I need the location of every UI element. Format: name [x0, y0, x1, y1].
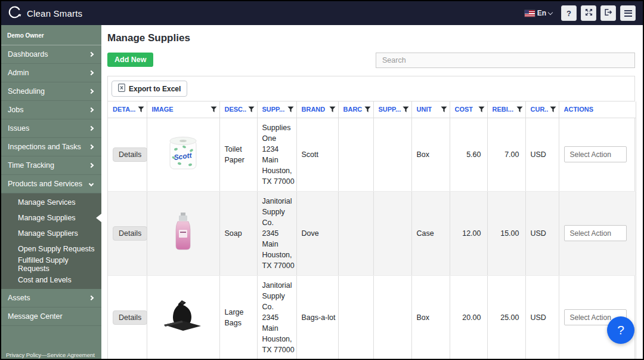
sidebar-subitem-label: Fulfilled Supply Requests [18, 256, 101, 273]
sidebar-item-label: Scheduling [8, 87, 45, 96]
sidebar-item-assets[interactable]: Assets [1, 289, 101, 307]
select-action-dropdown[interactable]: Select Action [564, 146, 627, 162]
currency-cell: USD [525, 191, 559, 275]
sidebar-item-admin[interactable]: Admin [1, 64, 101, 82]
col-currency: CUR... [525, 101, 559, 118]
active-item-marker [96, 214, 101, 222]
brand[interactable]: Clean Smarts [7, 5, 82, 21]
filter-icon[interactable] [478, 106, 485, 113]
rebill-cell: 15.00 [487, 191, 525, 275]
filter-icon[interactable] [402, 106, 409, 113]
chevron-right-icon [89, 89, 94, 94]
sidebar-item-label: Inspections and Tasks [8, 143, 81, 151]
supplier-sku-cell [373, 118, 411, 191]
table-row: Details Large Bags [108, 275, 636, 359]
language-selector[interactable]: En [525, 9, 552, 17]
supplier-cell: Janitorial Supply Co. 2345 Main Houston,… [257, 191, 296, 275]
col-label: DETA... [113, 106, 135, 113]
select-action-dropdown[interactable]: Select Action [564, 225, 627, 241]
filter-icon[interactable] [248, 106, 255, 113]
cost-cell: 5.60 [450, 118, 487, 191]
filter-icon[interactable] [329, 106, 336, 113]
col-rebill: REBI... [487, 101, 525, 118]
details-button[interactable]: Details [113, 310, 147, 325]
question-mark-icon: ? [617, 323, 624, 337]
sidebar-item-inspections-and-tasks[interactable]: Inspections and Tasks [1, 138, 101, 156]
export-to-excel-button[interactable]: Export to Excel [112, 81, 187, 97]
barcode-cell [338, 275, 373, 359]
logout-button[interactable] [600, 5, 616, 21]
unit-cell: Box [411, 118, 450, 191]
sidebar-item-dashboards[interactable]: Dashboards [1, 45, 101, 64]
filter-icon[interactable] [287, 106, 294, 113]
desc-cell: Toilet Paper [219, 118, 257, 191]
sidebar-subitem-label: Manage Suppliers [18, 229, 78, 238]
brand-title: Clean Smarts [27, 8, 82, 19]
sidebar-subitem-cost-and-levels[interactable]: Cost and Levels [1, 272, 101, 288]
products-services-submenu: Manage Services Manage Supplies Manage S… [1, 193, 101, 289]
supplier-cell: Janitorial Supply Co. 2345 Main Houston,… [257, 275, 296, 359]
sidebar-item-label: Message Center [8, 312, 63, 321]
fullscreen-button[interactable] [581, 5, 596, 21]
sidebar-item-jobs[interactable]: Jobs [1, 101, 101, 119]
question-mark-icon: ? [566, 9, 571, 18]
sidebar-item-label: Products and Services [8, 180, 82, 188]
sidebar-item-message-center[interactable]: Message Center [1, 307, 101, 326]
product-image-cell [147, 275, 219, 359]
supplies-table: DETA... IMAGE DESC... SUPP... BRAND BARC… [108, 101, 636, 360]
export-label: Export to Excel [129, 85, 181, 93]
sidebar-item-label: Jobs [8, 106, 23, 114]
sidebar-subitem-label: Manage Services [18, 198, 76, 207]
cost-cell: 12.00 [450, 191, 487, 275]
currency-cell: USD [525, 275, 559, 359]
col-label: SUPP... [379, 106, 401, 113]
col-label: ACTIONS [564, 106, 594, 113]
excel-file-icon [118, 84, 125, 94]
clean-smarts-logo-icon [7, 5, 22, 21]
sidebar-item-scheduling[interactable]: Scheduling [1, 82, 101, 101]
chevron-right-icon [89, 163, 94, 168]
sidebar-subitem-manage-suppliers[interactable]: Manage Suppliers [1, 226, 101, 241]
details-button[interactable]: Details [113, 147, 147, 162]
sidebar-subitem-manage-supplies[interactable]: Manage Supplies [1, 210, 101, 226]
cost-cell: 20.00 [450, 275, 487, 359]
help-button[interactable]: ? [561, 5, 577, 21]
sidebar-item-time-tracking[interactable]: Time Tracking [1, 156, 101, 175]
help-fab-button[interactable]: ? [607, 316, 634, 344]
details-button[interactable]: Details [113, 226, 147, 241]
col-image: IMAGE [147, 101, 219, 118]
sidebar-item-issues[interactable]: Issues [1, 119, 101, 138]
col-supplier-sku: SUPP... [373, 101, 411, 118]
topbar-actions: En ? [525, 5, 636, 21]
col-supplier: SUPP... [257, 101, 296, 118]
sidebar-subitem-label: Cost and Levels [18, 276, 72, 284]
table-header-row: DETA... IMAGE DESC... SUPP... BRAND BARC… [108, 101, 636, 118]
unit-cell: Case [411, 191, 450, 275]
soap-bottle-image [172, 245, 194, 253]
brand-cell: Dove [296, 191, 338, 275]
us-flag-icon [525, 10, 535, 17]
actions-row: Add New [107, 53, 635, 68]
privacy-policy-link[interactable]: Privacy Policy—Service Agreement [6, 352, 95, 358]
filter-icon[interactable] [550, 106, 556, 113]
sidebar-subitem-open-supply-requests[interactable]: Open Supply Requests [1, 241, 101, 257]
hamburger-menu-icon [624, 10, 632, 17]
filter-icon[interactable] [138, 106, 144, 113]
filter-icon[interactable] [210, 106, 217, 113]
add-new-button[interactable]: Add New [107, 53, 153, 67]
brand-cell: Bags-a-lot [296, 275, 338, 359]
sidebar-subitem-fulfilled-supply-requests[interactable]: Fulfilled Supply Requests [1, 257, 101, 272]
filter-icon[interactable] [364, 106, 371, 113]
search-input[interactable] [376, 53, 635, 68]
sidebar-item-products-and-services[interactable]: Products and Services [1, 175, 101, 193]
unit-cell: Box [411, 275, 450, 359]
filter-icon[interactable] [516, 106, 523, 113]
filter-icon[interactable] [441, 106, 447, 113]
desc-cell: Large Bags [219, 275, 257, 359]
desc-cell: Soap [219, 191, 257, 275]
supplier-sku-cell [373, 191, 411, 275]
fullscreen-icon [585, 8, 593, 18]
sidebar-subitem-manage-services[interactable]: Manage Services [1, 195, 101, 210]
menu-button[interactable] [620, 5, 636, 21]
col-label: REBI... [493, 106, 513, 113]
